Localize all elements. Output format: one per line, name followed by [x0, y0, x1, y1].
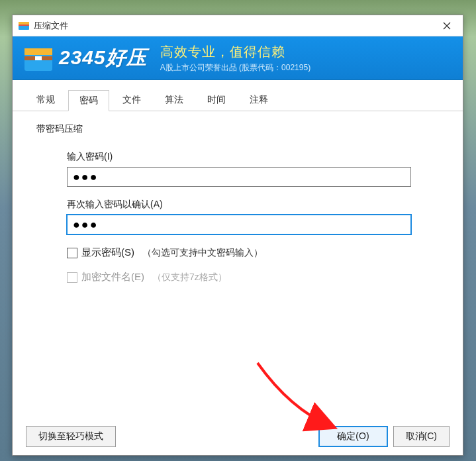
- footer: 切换至轻巧模式 确定(O) 取消(C): [13, 418, 463, 455]
- ok-button[interactable]: 确定(O): [318, 426, 387, 447]
- banner-logo-text: 2345好压: [59, 44, 147, 72]
- tab-algorithm[interactable]: 算法: [154, 90, 194, 111]
- tab-password[interactable]: 密码: [68, 90, 109, 111]
- tab-time[interactable]: 时间: [197, 90, 236, 111]
- banner-right: 高效专业，值得信赖 A股上市公司荣誉出品 (股票代码：002195): [160, 43, 310, 74]
- enter-password-label: 输入密码(I): [67, 151, 411, 163]
- svg-rect-1: [19, 22, 29, 25]
- tab-file[interactable]: 文件: [112, 90, 152, 111]
- password-fieldset: 带密码压缩 输入密码(I) 再次输入密码以确认(A) 显示密码(S) （勾选可支…: [36, 123, 444, 283]
- tab-comment[interactable]: 注释: [239, 90, 279, 111]
- svg-rect-2: [19, 25, 29, 26]
- encrypt-filenames-row: 加密文件名(E) （仅支持7z格式）: [67, 271, 411, 283]
- confirm-password-input[interactable]: [67, 215, 411, 234]
- encrypt-filenames-checkbox: [67, 272, 77, 283]
- fieldset-title: 带密码压缩: [36, 123, 444, 135]
- content-area: 带密码压缩 输入密码(I) 再次输入密码以确认(A) 显示密码(S) （勾选可支…: [13, 111, 463, 418]
- banner-subtext: A股上市公司荣誉出品 (股票代码：002195): [160, 62, 310, 74]
- tabs: 常规 密码 文件 算法 时间 注释: [13, 80, 463, 111]
- titlebar: 压缩文件: [13, 15, 463, 36]
- form-area: 输入密码(I) 再次输入密码以确认(A) 显示密码(S) （勾选可支持中文密码输…: [67, 151, 411, 283]
- show-password-checkbox[interactable]: [67, 248, 77, 258]
- banner: 2345好压 高效专业，值得信赖 A股上市公司荣誉出品 (股票代码：002195…: [13, 36, 463, 80]
- window-title: 压缩文件: [34, 20, 432, 32]
- close-button[interactable]: [432, 16, 461, 36]
- dialog-window: 压缩文件 2345好压 高效专业，值得信赖 A股上市公司荣誉出品 (股票代码：0…: [12, 15, 463, 456]
- svg-rect-6: [35, 56, 42, 60]
- banner-archive-icon: [22, 43, 55, 74]
- encrypt-filenames-hint: （仅支持7z格式）: [152, 272, 227, 283]
- svg-rect-4: [24, 48, 52, 55]
- tab-general[interactable]: 常规: [26, 90, 66, 111]
- encrypt-filenames-label: 加密文件名(E): [81, 271, 144, 283]
- close-icon: [443, 22, 451, 30]
- confirm-password-label: 再次输入密码以确认(A): [67, 199, 411, 211]
- app-icon: [18, 20, 30, 32]
- banner-tagline: 高效专业，值得信赖: [160, 43, 285, 61]
- show-password-row: 显示密码(S) （勾选可支持中文密码输入）: [67, 246, 411, 259]
- enter-password-input[interactable]: [67, 167, 411, 187]
- switch-mode-button[interactable]: 切换至轻巧模式: [26, 426, 116, 447]
- show-password-hint: （勾选可支持中文密码输入）: [142, 247, 263, 259]
- show-password-label: 显示密码(S): [81, 246, 134, 259]
- cancel-button[interactable]: 取消(C): [393, 426, 450, 447]
